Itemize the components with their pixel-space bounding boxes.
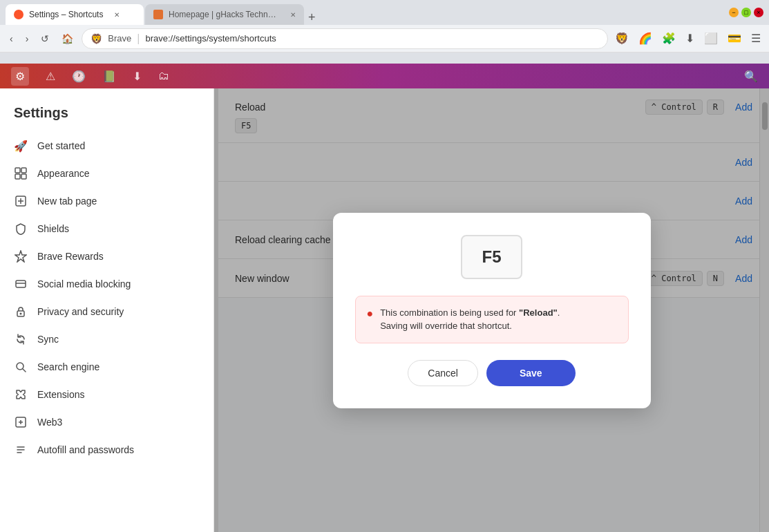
sidebar-label-social-media-blocking: Social media blocking xyxy=(37,278,131,289)
sidebar-label-new-tab-page: New tab page xyxy=(37,196,97,207)
active-tab-title: Settings – Shortcuts xyxy=(29,10,103,19)
address-text: brave://settings/system/shortcuts xyxy=(145,33,599,44)
brand-label: Brave xyxy=(108,33,131,44)
topbar-downloads-icon[interactable]: ⬇ xyxy=(133,70,142,83)
topbar-warning-icon[interactable]: ⚠ xyxy=(46,70,55,83)
settings-container: Settings 🚀 Get started Appearance New ta… xyxy=(0,88,769,532)
inactive-tab-title: Homepage | gHacks Technology News xyxy=(169,10,279,19)
warning-shortcut-name: "Reload" xyxy=(519,307,558,318)
save-button[interactable]: Save xyxy=(486,360,576,386)
sidebar-item-privacy-and-security[interactable]: Privacy and security xyxy=(0,298,213,325)
inactive-tab[interactable]: Homepage | gHacks Technology News ✕ xyxy=(145,4,304,25)
sidebar-label-extensions: Extensions xyxy=(37,389,84,400)
sidebar-item-social-media-blocking[interactable]: Social media blocking xyxy=(0,270,213,298)
cancel-button[interactable]: Cancel xyxy=(408,360,478,386)
brave-shield-nav-button[interactable]: 🦁 xyxy=(612,29,632,48)
topbar-wallet-icon[interactable]: 🗂 xyxy=(158,70,169,82)
svg-point-11 xyxy=(20,313,22,315)
svg-rect-4 xyxy=(21,174,26,179)
tab-groups-button[interactable]: ⬜ xyxy=(701,29,721,48)
navigation-bar: ‹ › ↺ 🏠 🦁 Brave | brave://settings/syste… xyxy=(0,25,769,53)
topbar-bookmarks-icon[interactable]: 📗 xyxy=(102,70,116,83)
warning-circle-icon: ● xyxy=(367,307,374,320)
home-button[interactable]: 🏠 xyxy=(57,30,77,47)
sidebar-item-new-tab-page[interactable]: New tab page xyxy=(0,187,213,215)
modal-key-box: F5 xyxy=(461,235,522,279)
active-tab[interactable]: Settings – Shortcuts ✕ xyxy=(6,4,144,25)
svg-rect-3 xyxy=(15,174,20,179)
sidebar-item-autofill-and-passwords[interactable]: Autofill and passwords xyxy=(0,436,213,464)
sidebar-item-brave-rewards[interactable]: Brave Rewards xyxy=(0,243,213,270)
svg-rect-8 xyxy=(16,281,26,287)
shields-icon xyxy=(14,222,28,236)
modal-overlay: F5 ● This combination is being used for … xyxy=(214,88,769,532)
svg-rect-2 xyxy=(21,168,26,173)
brave-rewards-icon xyxy=(14,249,28,263)
sync-icon xyxy=(14,332,28,346)
get-started-icon: 🚀 xyxy=(14,139,28,153)
new-tab-page-icon xyxy=(14,194,28,208)
extensions-button[interactable]: 🧩 xyxy=(659,29,678,48)
warning-line2: Saving will override that shortcut. xyxy=(380,321,512,331)
svg-line-13 xyxy=(23,369,26,372)
forward-button[interactable]: › xyxy=(21,30,33,47)
sidebar-item-web3[interactable]: Web3 xyxy=(0,408,213,436)
menu-button[interactable]: ☰ xyxy=(748,29,763,48)
reload-button[interactable]: ↺ xyxy=(37,30,53,47)
sidebar-label-shields: Shields xyxy=(37,223,69,234)
downloads-button[interactable]: ⬇ xyxy=(683,29,697,48)
extensions-sidebar-icon xyxy=(14,388,28,401)
sidebar-label-autofill-and-passwords: Autofill and passwords xyxy=(37,444,134,455)
back-button[interactable]: ‹ xyxy=(6,30,17,47)
topbar-settings-icon[interactable]: ⚙ xyxy=(11,67,29,86)
warning-text: This combination is being used for "Relo… xyxy=(380,306,560,333)
top-settings-bar: ⚙ ⚠ 🕐 📗 ⬇ 🗂 🔍 xyxy=(0,64,769,88)
warning-box: ● This combination is being used for "Re… xyxy=(355,296,629,343)
sidebar-label-appearance: Appearance xyxy=(37,168,90,179)
sidebar-item-shields[interactable]: Shields xyxy=(0,215,213,243)
address-bar[interactable]: 🦁 Brave | brave://settings/system/shortc… xyxy=(82,28,608,49)
warning-suffix: . xyxy=(558,307,560,318)
inactive-tab-close-icon[interactable]: ✕ xyxy=(290,11,296,19)
sidebar-item-appearance[interactable]: Appearance xyxy=(0,160,213,187)
warning-prefix: This combination is being used for xyxy=(380,307,519,318)
sidebar-label-privacy-and-security: Privacy and security xyxy=(37,306,124,317)
sidebar-label-sync: Sync xyxy=(37,334,59,345)
sidebar-title: Settings xyxy=(0,99,213,132)
inactive-tab-favicon xyxy=(153,10,163,19)
topbar-history-icon[interactable]: 🕐 xyxy=(72,70,86,83)
social-media-blocking-icon xyxy=(14,277,28,291)
svg-rect-1 xyxy=(15,168,20,173)
shortcut-modal: F5 ● This combination is being used for … xyxy=(333,213,651,408)
topbar-search-icon[interactable]: 🔍 xyxy=(744,70,758,83)
new-tab-button[interactable]: + xyxy=(304,10,320,25)
web3-icon xyxy=(14,415,28,429)
nav-icons: 🦁 🌈 🧩 ⬇ ⬜ 💳 ☰ xyxy=(612,29,763,48)
tab-close-icon[interactable]: ✕ xyxy=(114,11,120,19)
tab-favicon xyxy=(14,10,23,19)
sidebar-label-web3: Web3 xyxy=(37,417,62,428)
brave-wallet-button[interactable]: 🌈 xyxy=(636,29,655,48)
close-button[interactable]: × xyxy=(754,8,763,17)
search-engine-icon xyxy=(14,360,28,374)
sidebar-item-get-started[interactable]: 🚀 Get started xyxy=(0,132,213,160)
sidebar-item-extensions[interactable]: Extensions xyxy=(0,381,213,408)
modal-actions: Cancel Save xyxy=(355,360,629,386)
sidebar-label-get-started: Get started xyxy=(37,140,85,151)
window-controls: − □ × xyxy=(729,8,763,17)
main-content: Reload ^ Control R Add F5 Add xyxy=(214,88,769,532)
sidebar: Settings 🚀 Get started Appearance New ta… xyxy=(0,88,214,532)
appearance-icon xyxy=(14,167,28,180)
maximize-button[interactable]: □ xyxy=(741,8,751,17)
minimize-button[interactable]: − xyxy=(729,8,739,17)
sidebar-item-search-engine[interactable]: Search engine xyxy=(0,353,213,381)
svg-point-0 xyxy=(14,10,23,19)
privacy-and-security-icon xyxy=(14,305,28,319)
modal-key-display: F5 xyxy=(355,235,629,279)
brave-rewards-nav-button[interactable]: 💳 xyxy=(725,29,744,48)
sidebar-label-search-engine: Search engine xyxy=(37,361,99,372)
autofill-icon xyxy=(14,443,28,457)
sidebar-item-sync[interactable]: Sync xyxy=(0,325,213,353)
sidebar-label-brave-rewards: Brave Rewards xyxy=(37,251,104,262)
brave-shield-icon: 🦁 xyxy=(91,33,102,44)
